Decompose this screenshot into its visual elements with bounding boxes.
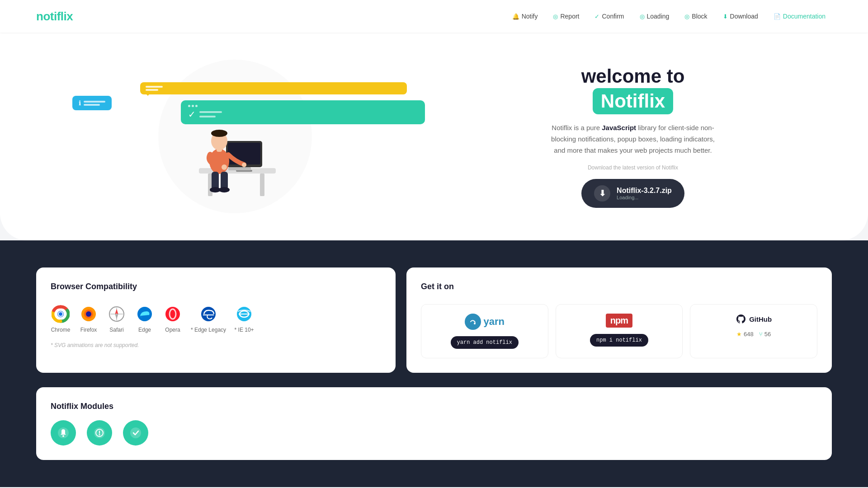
hero-title-brand: Notiflix (593, 88, 673, 114)
green-dots (188, 105, 222, 107)
nav-block-label: Block (692, 13, 707, 20)
blue-card-lines (84, 101, 105, 106)
browser-compat-title: Browser Compatibility (51, 282, 381, 291)
svg-rect-2 (260, 174, 264, 196)
report-icon: ◎ (553, 13, 558, 20)
dot-1 (188, 105, 190, 107)
nav-notify-label: Notify (522, 13, 538, 20)
yarn-card: yarn yarn add notiflix (421, 304, 548, 358)
yellow-line-1 (146, 86, 163, 88)
logo[interactable]: notiflix (36, 9, 73, 23)
svg-point-21 (59, 312, 62, 316)
github-stars-stat: ★ 648 (736, 331, 754, 338)
chrome-icon (51, 304, 71, 324)
github-label: GitHub (749, 315, 772, 323)
logo-end: flix (57, 9, 73, 23)
hero-title: welcome to Notiflix (581, 65, 685, 114)
nav-block[interactable]: ◎ Block (678, 10, 713, 23)
hero-description: Notiflix is a pure JavaScript library fo… (547, 122, 719, 156)
browser-opera: Opera (163, 304, 183, 333)
yarn-cmd[interactable]: yarn add notiflix (451, 336, 519, 349)
svg-point-12 (222, 164, 227, 170)
nav-confirm-label: Confirm (602, 13, 624, 20)
main-nav: 🔔 Notify ◎ Report ✓ Confirm ◎ Loading ◎ … (506, 10, 832, 23)
info-icon: ℹ (79, 99, 81, 107)
svg-point-17 (219, 187, 230, 192)
browser-compat-card: Browser Compatibility (36, 267, 396, 373)
green-lines (199, 111, 222, 117)
download-subtitle: Loading... (617, 195, 672, 200)
get-it-on-title: Get it on (421, 282, 817, 291)
github-card: GitHub ★ 648 ⑂ 56 (690, 304, 817, 358)
chrome-label: Chrome (51, 327, 71, 333)
opera-label: Opera (165, 327, 180, 333)
ie-label: * IE 10+ (235, 327, 254, 333)
blue-line-1 (84, 101, 105, 103)
module-confirm-icon (123, 420, 148, 446)
cards-row: Browser Compatibility (36, 267, 832, 373)
svg-point-11 (211, 130, 227, 137)
safari-icon (107, 304, 127, 324)
svg-point-13 (242, 163, 246, 167)
nav-download-label: Download (730, 13, 758, 20)
edge-label: Edge (138, 327, 151, 333)
github-forks-stat: ⑂ 56 (759, 331, 771, 338)
blue-line-2 (84, 104, 100, 106)
notif-card-green: ✓ (181, 100, 425, 124)
svg-point-44 (130, 427, 141, 438)
npm-logo: npm (606, 314, 632, 328)
download-icon: ⬇ (723, 13, 728, 20)
nav-download[interactable]: ⬇ Download (717, 10, 764, 23)
svg-marker-29 (115, 314, 118, 319)
nav-loading[interactable]: ◎ Loading (633, 10, 676, 23)
nav-docs-label: Documentation (783, 13, 826, 20)
modules-title: Notiflix Modules (51, 402, 817, 411)
svg-rect-4 (228, 143, 260, 164)
module-report (87, 420, 112, 446)
notify-icon: 🔔 (512, 13, 519, 20)
module-notify-icon (51, 420, 76, 446)
compat-note: * SVG animations are not supported. (51, 342, 381, 348)
header: notiflix 🔔 Notify ◎ Report ✓ Confirm ◎ L… (0, 0, 868, 33)
module-confirm (123, 420, 148, 446)
firefox-label: Firefox (80, 327, 97, 333)
speech-bubble (140, 82, 407, 94)
svg-point-37 (469, 318, 477, 326)
modules-row (51, 420, 817, 446)
edge-legacy-icon (198, 304, 218, 324)
firefox-icon (79, 304, 99, 324)
hero-section: ℹ ✓ (0, 33, 868, 240)
get-it-on-card: Get it on yarn yarn add (406, 267, 832, 373)
hero-title-before: welcome to (581, 66, 685, 87)
download-button[interactable]: ⬇ Notiflix-3.2.7.zip Loading... (581, 179, 684, 208)
docs-icon: 📄 (774, 13, 781, 20)
svg-point-38 (474, 323, 476, 324)
module-notify (51, 420, 76, 446)
svg-point-43 (99, 434, 100, 436)
star-icon: ★ (736, 331, 742, 338)
npm-cmd[interactable]: npm i notiflix (590, 334, 648, 347)
yarn-logo: yarn (465, 314, 505, 330)
nav-docs[interactable]: 📄 Documentation (767, 10, 832, 23)
confirm-icon: ✓ (594, 13, 599, 20)
nav-confirm[interactable]: ✓ Confirm (588, 10, 630, 23)
github-stars-count: 648 (744, 331, 754, 338)
safari-label: Safari (109, 327, 123, 333)
github-logo: GitHub (736, 314, 772, 324)
browser-safari: Safari (107, 304, 127, 333)
edge-icon (135, 304, 155, 324)
browser-ie: * IE 10+ (234, 304, 254, 333)
nav-report-label: Report (560, 13, 579, 20)
browsers-list: Chrome Firefox (51, 304, 381, 333)
download-btn-icon: ⬇ (594, 185, 610, 202)
yellow-line-2 (146, 89, 158, 91)
svg-rect-7 (228, 167, 251, 170)
modules-card: Notiflix Modules (36, 387, 832, 460)
nav-notify[interactable]: 🔔 Notify (506, 10, 544, 23)
notif-card-blue: ℹ (72, 96, 112, 110)
browser-edge: Edge (135, 304, 155, 333)
ie-icon (234, 304, 254, 324)
browser-chrome: Chrome (51, 304, 71, 333)
svg-point-40 (62, 435, 64, 437)
nav-report[interactable]: ◎ Report (547, 10, 585, 23)
